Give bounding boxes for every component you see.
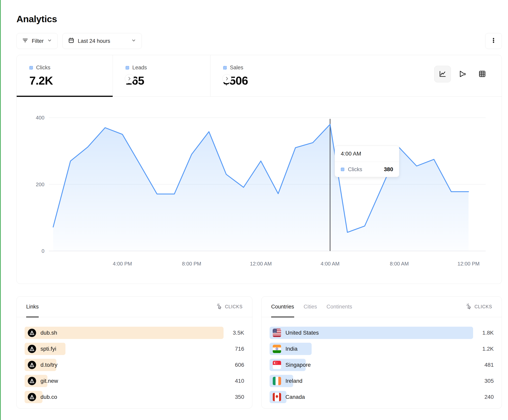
row-value: 240 — [473, 394, 494, 400]
tooltip-time: 4:00 AM — [335, 146, 399, 162]
geo-tabs: CountriesCitiesContinents — [271, 297, 352, 317]
us-flag-icon — [273, 329, 281, 337]
table-grid-icon — [478, 70, 486, 79]
filter-button-label: Filter — [32, 38, 44, 44]
row-value: 3.5K — [224, 330, 244, 336]
countries-list: United States1.8KIndia1.2KSingapore481Ir… — [262, 317, 502, 403]
link-row[interactable]: dub.co350 — [25, 391, 244, 403]
funnel-chart-view-button[interactable] — [454, 66, 471, 82]
country-row[interactable]: United States1.8K — [269, 327, 494, 339]
leads-legend-swatch — [126, 66, 129, 70]
y-axis-tick: 400 — [36, 115, 45, 121]
link-row[interactable]: dub.sh3.5K — [25, 327, 244, 339]
country-row[interactable]: Ireland305 — [269, 375, 494, 387]
row-label: Canada — [285, 394, 305, 400]
dub-logo-icon — [28, 329, 36, 337]
chevron-down-icon — [47, 38, 52, 44]
toolbar: Filter Last 24 hours — [16, 33, 502, 49]
chevron-right-button[interactable] — [125, 74, 134, 83]
dub-logo-icon — [28, 377, 36, 385]
row-value: 1.8K — [473, 330, 494, 336]
calendar-icon — [68, 37, 75, 45]
country-row[interactable]: Singapore481 — [269, 359, 494, 371]
row-value: 606 — [224, 362, 244, 368]
tab-continents[interactable]: Continents — [327, 297, 352, 317]
country-row[interactable]: Canada240 — [269, 391, 494, 403]
sales-legend-swatch — [223, 66, 227, 70]
in-flag-icon — [273, 345, 281, 353]
ie-flag-icon — [273, 377, 281, 385]
y-axis-tick: 0 — [42, 248, 45, 254]
countries-panel: CountriesCitiesContinents CLICKS United … — [261, 296, 502, 408]
row-label: Ireland — [285, 378, 302, 384]
dub-logo-icon — [28, 345, 36, 353]
left-edge-accent — [0, 0, 1, 420]
row-label: d.to/try — [40, 362, 58, 368]
row-label: dub.co — [40, 394, 57, 400]
row-label: United States — [285, 330, 319, 336]
cursor-click-icon — [466, 303, 472, 311]
y-axis-tick: 200 — [36, 181, 45, 188]
tooltip-value: 380 — [384, 166, 393, 173]
x-axis-tick: 4:00 PM — [113, 261, 132, 267]
tab-cities[interactable]: Cities — [304, 297, 317, 317]
links-metric-label: CLICKS — [216, 303, 243, 311]
countries-metric-label: CLICKS — [466, 303, 492, 311]
line-chart-icon — [438, 70, 447, 79]
x-axis-tick: 12:00 PM — [457, 261, 479, 267]
links-list: dub.sh3.5Kspti.fyi716d.to/try606git.new4… — [17, 317, 252, 403]
funnel-chart-icon — [458, 70, 467, 79]
tab-links[interactable]: Links — [26, 297, 39, 317]
x-axis-tick: 8:00 PM — [182, 261, 201, 267]
row-value: 716 — [224, 346, 244, 352]
sg-flag-icon — [273, 361, 281, 369]
kebab-menu-icon — [490, 37, 497, 45]
row-label: India — [285, 346, 298, 352]
country-row[interactable]: India1.2K — [269, 343, 494, 355]
row-label: dub.sh — [40, 330, 57, 336]
tab-countries[interactable]: Countries — [271, 297, 294, 317]
tooltip-legend-swatch — [341, 168, 344, 171]
stat-value: 7.2K — [29, 74, 113, 87]
link-row[interactable]: spti.fyi716 — [25, 343, 244, 355]
row-label: git.new — [40, 378, 58, 384]
link-row[interactable]: git.new410 — [25, 375, 244, 387]
chart-view-toggle — [434, 66, 491, 82]
row-value: 481 — [473, 362, 494, 368]
chevron-down-icon — [131, 38, 136, 44]
clicks-legend-swatch — [29, 66, 33, 70]
links-panel: Links CLICKS dub.sh3.5Kspti.fyi716d.to/t… — [16, 296, 252, 408]
date-range-button[interactable]: Last 24 hours — [62, 33, 142, 49]
line-chart-view-button[interactable] — [434, 66, 451, 82]
area-fill — [53, 124, 469, 251]
cursor-click-icon — [216, 303, 223, 311]
dub-logo-icon — [28, 361, 36, 369]
link-row[interactable]: d.to/try606 — [25, 359, 244, 371]
clicks-time-series-chart[interactable]: 02004004:00 PM8:00 PM12:00 AM4:00 AM8:00… — [17, 97, 502, 284]
filter-icon — [22, 37, 29, 45]
stats-tabs-row: Clicks 7.2K Leads 165 Sales $506 — [17, 55, 502, 97]
chart-tooltip: 4:00 AM Clicks 380 — [335, 146, 399, 177]
stat-value: 165 — [126, 74, 210, 87]
ca-flag-icon — [273, 393, 281, 401]
x-axis-tick: 12:00 AM — [250, 261, 272, 267]
stat-label: Clicks — [36, 65, 50, 71]
row-value: 1.2K — [473, 346, 494, 352]
area-chart-canvas[interactable]: 02004004:00 PM8:00 PM12:00 AM4:00 AM8:00… — [17, 97, 502, 284]
stat-label: Sales — [230, 65, 243, 71]
more-options-button[interactable] — [485, 33, 502, 49]
row-value: 410 — [224, 378, 244, 384]
row-value: 350 — [224, 394, 244, 400]
chevron-right-button[interactable] — [222, 74, 232, 83]
tab-clicks[interactable]: Clicks 7.2K — [17, 55, 113, 96]
x-axis-tick: 8:00 AM — [390, 261, 409, 267]
table-view-button[interactable] — [474, 66, 491, 82]
date-range-label: Last 24 hours — [78, 38, 110, 44]
analytics-card: Clicks 7.2K Leads 165 Sales $506 — [16, 55, 502, 284]
stat-label: Leads — [132, 65, 147, 71]
filter-button[interactable]: Filter — [16, 33, 58, 49]
page-title: Analytics — [16, 14, 502, 24]
row-label: spti.fyi — [40, 346, 56, 352]
dub-logo-icon — [28, 393, 36, 401]
tooltip-series-label: Clicks — [348, 167, 362, 173]
